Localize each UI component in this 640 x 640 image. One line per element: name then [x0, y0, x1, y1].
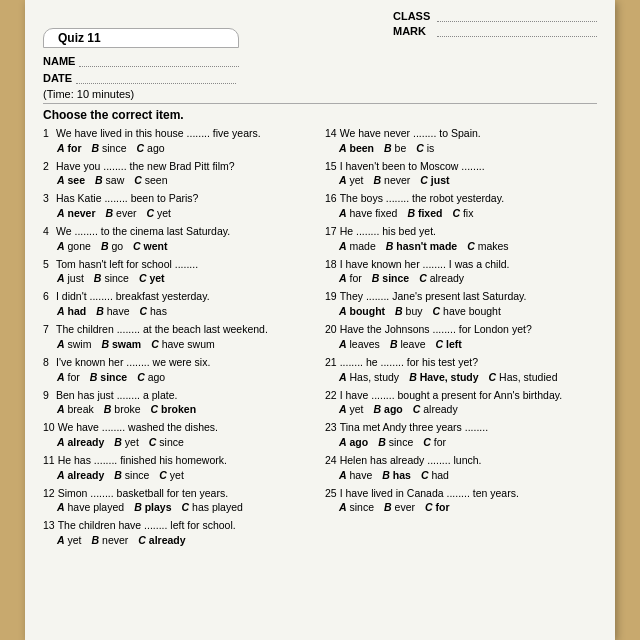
option-b[interactable]: B fixed: [407, 207, 442, 219]
option-c[interactable]: C for: [423, 436, 446, 448]
option-b[interactable]: B go: [101, 240, 123, 252]
option-a[interactable]: A for: [57, 142, 82, 154]
option-b[interactable]: B since: [378, 436, 413, 448]
option-c[interactable]: C already: [419, 272, 464, 284]
opt-letter: A: [57, 469, 65, 481]
option-a[interactable]: A swim: [57, 338, 91, 350]
option-a[interactable]: A see: [57, 174, 85, 186]
option-b[interactable]: B ago: [374, 403, 403, 415]
option-b[interactable]: B yet: [114, 436, 139, 448]
option-b[interactable]: B since: [92, 142, 127, 154]
option-a[interactable]: A been: [339, 142, 374, 154]
option-a[interactable]: A Has, study: [339, 371, 399, 383]
option-a[interactable]: A bought: [339, 305, 385, 317]
option-c[interactable]: C yet: [147, 207, 172, 219]
option-c[interactable]: C already: [413, 403, 458, 415]
option-c[interactable]: C seen: [134, 174, 167, 186]
question-text: 9Ben has just ........ a plate.: [43, 388, 315, 403]
option-b[interactable]: B never: [374, 174, 411, 186]
opt-label: never: [102, 534, 128, 546]
option-a[interactable]: A for: [339, 272, 362, 284]
option-a[interactable]: A leaves: [339, 338, 380, 350]
option-c[interactable]: C yet: [159, 469, 184, 481]
option-a[interactable]: A made: [339, 240, 376, 252]
option-a[interactable]: A for: [57, 371, 80, 383]
option-c[interactable]: C had: [421, 469, 449, 481]
name-field[interactable]: [79, 55, 239, 67]
question-text: 14We have never ........ to Spain.: [325, 126, 597, 141]
option-c[interactable]: C for: [425, 501, 450, 513]
opt-label: is: [427, 142, 435, 154]
question-body: Simon ........ basketball for ten years.: [58, 486, 315, 501]
option-a[interactable]: A ago: [339, 436, 368, 448]
option-c[interactable]: C has played: [182, 501, 243, 513]
opt-label: had: [68, 305, 87, 317]
opt-letter: B: [378, 436, 386, 448]
opt-label: since: [350, 501, 375, 513]
option-a[interactable]: A already: [57, 469, 104, 481]
option-b[interactable]: B never: [92, 534, 129, 546]
opt-label: yet: [350, 174, 364, 186]
option-c[interactable]: C since: [149, 436, 184, 448]
option-c[interactable]: C yet: [139, 272, 165, 284]
option-b[interactable]: B since: [114, 469, 149, 481]
opt-label: buy: [406, 305, 423, 317]
option-b[interactable]: B swam: [101, 338, 141, 350]
option-a[interactable]: A break: [57, 403, 94, 415]
opt-letter: A: [339, 469, 347, 481]
option-a[interactable]: A yet: [339, 403, 364, 415]
option-a[interactable]: A had: [57, 305, 86, 317]
option-a[interactable]: A yet: [57, 534, 82, 546]
option-c[interactable]: C already: [138, 534, 185, 546]
date-field[interactable]: [76, 72, 236, 84]
option-c[interactable]: C ago: [137, 142, 165, 154]
option-a[interactable]: A already: [57, 436, 104, 448]
opt-letter: A: [339, 436, 347, 448]
option-b[interactable]: B hasn't made: [386, 240, 457, 252]
option-a[interactable]: A gone: [57, 240, 91, 252]
question-number: 11: [43, 453, 55, 468]
option-c[interactable]: C broken: [151, 403, 197, 415]
option-c[interactable]: C left: [436, 338, 462, 350]
question-number: 13: [43, 518, 55, 533]
option-b[interactable]: B have: [96, 305, 129, 317]
option-b[interactable]: B since: [372, 272, 409, 284]
header: Quiz 11 NAME DATE CLASS MARK: [43, 10, 597, 84]
option-c[interactable]: C fix: [452, 207, 473, 219]
option-b[interactable]: B ever: [106, 207, 137, 219]
opt-label: broke: [114, 403, 140, 415]
option-b[interactable]: B plays: [134, 501, 171, 513]
option-c[interactable]: C ago: [137, 371, 165, 383]
option-c[interactable]: C makes: [467, 240, 508, 252]
option-b[interactable]: B leave: [390, 338, 426, 350]
opt-letter: A: [57, 534, 65, 546]
option-a[interactable]: A never: [57, 207, 96, 219]
option-b[interactable]: B buy: [395, 305, 422, 317]
option-a[interactable]: A since: [339, 501, 374, 513]
option-b[interactable]: B broke: [104, 403, 141, 415]
option-c[interactable]: C have swum: [151, 338, 215, 350]
option-b[interactable]: B since: [94, 272, 129, 284]
option-b[interactable]: B be: [384, 142, 406, 154]
option-a[interactable]: A yet: [339, 174, 364, 186]
option-b[interactable]: B ever: [384, 501, 415, 513]
option-b[interactable]: B since: [90, 371, 127, 383]
question-22: 22I have ........ bought a present for A…: [325, 388, 597, 416]
option-c[interactable]: C has: [139, 305, 166, 317]
option-c[interactable]: C is: [416, 142, 434, 154]
option-c[interactable]: C Has, studied: [489, 371, 558, 383]
option-b[interactable]: B saw: [95, 174, 124, 186]
option-b[interactable]: B has: [382, 469, 411, 481]
mark-field[interactable]: [437, 25, 597, 37]
option-c[interactable]: C have bought: [433, 305, 501, 317]
option-c[interactable]: C just: [420, 174, 449, 186]
option-a[interactable]: A have fixed: [339, 207, 397, 219]
option-c[interactable]: C went: [133, 240, 167, 252]
option-a[interactable]: A have: [339, 469, 372, 481]
option-b[interactable]: B Have, study: [409, 371, 478, 383]
question-6: 6I didn't ........ breakfast yesterday.A…: [43, 289, 315, 317]
option-a[interactable]: A have played: [57, 501, 124, 513]
opt-label: has: [393, 469, 411, 481]
option-a[interactable]: A just: [57, 272, 84, 284]
class-field[interactable]: [437, 10, 597, 22]
